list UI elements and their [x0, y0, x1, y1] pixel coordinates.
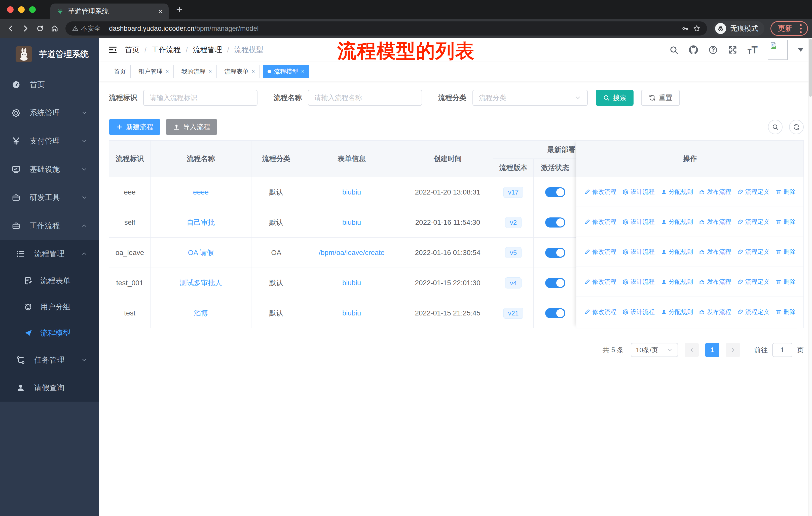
design-process-link[interactable]: 设计流程: [622, 248, 655, 256]
create-process-button[interactable]: 新建流程: [109, 119, 160, 135]
assign-rule-link[interactable]: 分配规则: [661, 248, 693, 256]
delete-link[interactable]: 删除: [776, 278, 795, 286]
process-definition-link[interactable]: 流程定义: [737, 308, 770, 316]
tag-tenant[interactable]: 租户管理×: [134, 65, 174, 78]
category-select[interactable]: 流程分类: [472, 90, 588, 106]
publish-process-link[interactable]: 发布流程: [699, 218, 731, 226]
next-page-button[interactable]: [726, 343, 740, 357]
sidebar-item-process-mgmt[interactable]: 流程管理: [0, 240, 99, 268]
tag-process-form[interactable]: 流程表单×: [220, 65, 260, 78]
security-warning[interactable]: 不安全: [72, 24, 101, 33]
new-tab-button[interactable]: +: [176, 4, 183, 15]
help-icon[interactable]: [708, 45, 718, 55]
import-process-button[interactable]: 导入流程: [166, 119, 217, 135]
page-scrollbar[interactable]: [809, 38, 812, 516]
edit-process-link[interactable]: 修改流程: [584, 248, 616, 256]
process-definition-link[interactable]: 流程定义: [737, 218, 770, 226]
address-bar[interactable]: 不安全 dashboard.yudao.iocoder.cn/bpm/manag…: [65, 21, 707, 35]
breadcrumb-workflow[interactable]: 工作流程: [151, 45, 181, 55]
sidebar-item-home[interactable]: 首页: [0, 71, 99, 99]
search-button[interactable]: 搜索: [596, 90, 634, 106]
form-info-link[interactable]: /bpm/oa/leave/create: [319, 249, 385, 257]
process-name-input[interactable]: [308, 90, 422, 106]
active-toggle[interactable]: [545, 308, 565, 318]
breadcrumb-process-mgmt[interactable]: 流程管理: [193, 45, 222, 55]
sidebar-item-process-model[interactable]: 流程模型: [0, 320, 99, 346]
edit-process-link[interactable]: 修改流程: [584, 308, 616, 316]
page-number-1[interactable]: 1: [705, 343, 719, 357]
tag-process-model[interactable]: 流程模型×: [263, 65, 309, 78]
sidebar-item-infra[interactable]: 基础设施: [0, 155, 99, 184]
sidebar-item-workflow[interactable]: 工作流程: [0, 212, 99, 240]
delete-link[interactable]: 删除: [776, 248, 795, 256]
browser-update-button[interactable]: 更新: [771, 21, 808, 36]
design-process-link[interactable]: 设计流程: [622, 188, 655, 196]
close-icon[interactable]: ×: [252, 69, 255, 74]
sidebar-item-leave-query[interactable]: 请假查询: [0, 374, 99, 402]
assign-rule-link[interactable]: 分配规则: [661, 218, 693, 226]
edit-process-link[interactable]: 修改流程: [584, 218, 616, 226]
prev-page-button[interactable]: [685, 343, 699, 357]
publish-process-link[interactable]: 发布流程: [699, 248, 731, 256]
close-window-button[interactable]: [7, 6, 13, 13]
browser-tab[interactable]: 芋道管理系统 ×: [50, 3, 169, 19]
close-icon[interactable]: ×: [166, 69, 169, 74]
bookmark-star-icon[interactable]: [693, 25, 700, 32]
avatar[interactable]: [768, 40, 788, 60]
tag-my-process[interactable]: 我的流程×: [177, 65, 217, 78]
process-name-link[interactable]: 自己审批: [187, 218, 215, 227]
tab-close-icon[interactable]: ×: [158, 7, 163, 15]
breadcrumb-home[interactable]: 首页: [125, 45, 140, 55]
fullscreen-icon[interactable]: [728, 45, 737, 55]
scrollbar-thumb[interactable]: [809, 39, 812, 97]
process-name-link[interactable]: OA 请假: [188, 248, 214, 257]
forward-button[interactable]: [19, 22, 32, 35]
assign-rule-link[interactable]: 分配规则: [661, 278, 693, 286]
form-info-link[interactable]: biubiu: [342, 279, 361, 287]
back-button[interactable]: [4, 22, 18, 35]
assign-rule-link[interactable]: 分配规则: [661, 308, 693, 316]
reload-button[interactable]: [33, 22, 47, 35]
goto-page-input[interactable]: [772, 343, 792, 357]
app-logo-row[interactable]: 芋道管理系统: [0, 38, 99, 71]
sidebar-item-process-form[interactable]: 流程表单: [0, 268, 99, 294]
process-name-link[interactable]: eeee: [193, 188, 209, 196]
delete-link[interactable]: 删除: [776, 218, 795, 226]
github-icon[interactable]: [689, 45, 698, 55]
password-key-icon[interactable]: [682, 25, 689, 32]
process-definition-link[interactable]: 流程定义: [737, 278, 770, 286]
active-toggle[interactable]: [545, 278, 565, 288]
search-icon[interactable]: [669, 45, 678, 55]
process-name-link[interactable]: 测试多审批人: [180, 278, 222, 288]
page-size-select[interactable]: 10条/页: [631, 343, 678, 357]
sidebar-collapse-icon[interactable]: [105, 42, 120, 57]
form-info-link[interactable]: biubiu: [342, 188, 361, 196]
show-search-button[interactable]: [768, 120, 783, 134]
active-toggle[interactable]: [545, 248, 565, 258]
tag-home[interactable]: 首页: [109, 65, 130, 78]
assign-rule-link[interactable]: 分配规则: [661, 188, 693, 196]
delete-link[interactable]: 删除: [776, 308, 795, 316]
publish-process-link[interactable]: 发布流程: [699, 308, 731, 316]
form-info-link[interactable]: biubiu: [342, 218, 361, 226]
delete-link[interactable]: 删除: [776, 188, 795, 196]
sidebar-item-system[interactable]: 系统管理: [0, 99, 99, 127]
edit-process-link[interactable]: 修改流程: [584, 278, 616, 286]
reset-button[interactable]: 重置: [641, 90, 680, 106]
process-definition-link[interactable]: 流程定义: [737, 248, 770, 256]
process-key-input[interactable]: [143, 90, 258, 106]
maximize-window-button[interactable]: [29, 6, 36, 13]
form-info-link[interactable]: biubiu: [342, 309, 361, 317]
font-size-icon[interactable]: TT: [748, 44, 758, 56]
sidebar-item-devtools[interactable]: 研发工具: [0, 184, 99, 212]
active-toggle[interactable]: [545, 217, 565, 227]
design-process-link[interactable]: 设计流程: [622, 308, 655, 316]
sidebar-item-payment[interactable]: 支付管理: [0, 127, 99, 155]
process-definition-link[interactable]: 流程定义: [737, 188, 770, 196]
minimize-window-button[interactable]: [18, 6, 25, 13]
close-icon[interactable]: ×: [209, 69, 212, 74]
refresh-table-button[interactable]: [789, 120, 804, 134]
close-icon[interactable]: ×: [301, 69, 304, 74]
publish-process-link[interactable]: 发布流程: [699, 278, 731, 286]
browser-menu-icon[interactable]: [798, 24, 804, 33]
